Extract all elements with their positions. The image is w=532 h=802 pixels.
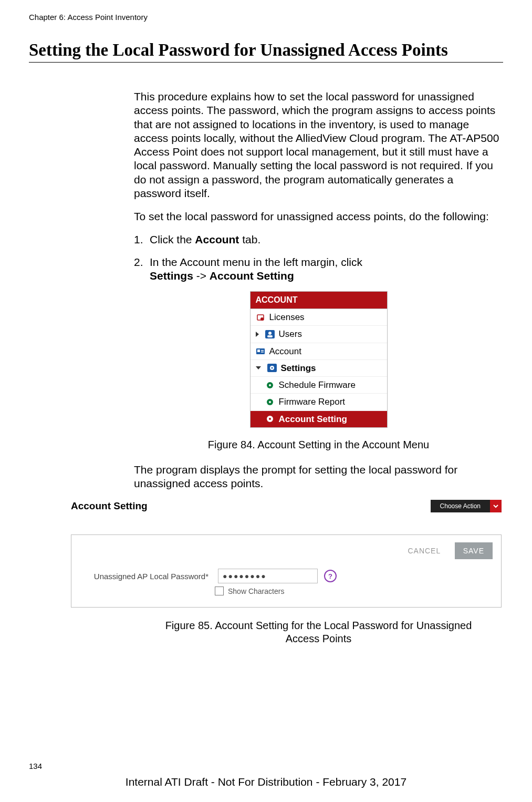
bold-settings: Settings	[150, 270, 193, 282]
menu-label: Settings	[281, 363, 316, 374]
step-2: 2. In the Account menu in the left margi…	[134, 255, 503, 283]
menu-item-users[interactable]: Users	[251, 326, 387, 343]
menu-label: Schedule Firmware	[279, 379, 356, 390]
chevron-down-icon	[490, 500, 502, 512]
menu-item-account[interactable]: Account	[251, 343, 387, 360]
show-characters-row: Show Characters	[215, 587, 493, 595]
menu-item-licenses[interactable]: Licenses	[251, 309, 387, 326]
menu-label: Account Setting	[279, 414, 347, 425]
panel-title: Account Setting	[71, 500, 148, 512]
svg-point-15	[269, 401, 271, 403]
menu-label: Account	[269, 346, 301, 357]
choose-action-dropdown[interactable]: Choose Action	[431, 500, 502, 512]
step-number: 1.	[134, 233, 150, 246]
text: ->	[193, 270, 210, 282]
choose-action-label: Choose Action	[431, 500, 490, 512]
form-actions: CANCEL SAVE	[80, 542, 493, 559]
svg-rect-7	[261, 350, 264, 351]
section-title: Setting the Local Password for Unassigne…	[29, 40, 503, 63]
step-1: 1. Click the Account tab.	[134, 233, 503, 246]
panel-titlebar: Account Setting Choose Action	[71, 500, 502, 512]
svg-point-11	[271, 367, 273, 369]
show-characters-label: Show Characters	[228, 587, 284, 595]
figure-84-caption: Figure 84. Account Setting in the Accoun…	[134, 438, 503, 451]
menu-item-account-setting[interactable]: Account Setting	[251, 411, 387, 427]
license-icon	[256, 313, 265, 322]
svg-point-1	[260, 317, 264, 321]
account-setting-form: CANCEL SAVE Unassigned AP Local Password…	[71, 534, 502, 608]
password-row: Unassigned AP Local Password* ●●●●●●●● ?	[80, 569, 493, 583]
step-text: In the Account menu in the left margin, …	[150, 255, 503, 283]
menu-label: Licenses	[269, 312, 305, 323]
svg-rect-8	[261, 352, 264, 353]
help-icon[interactable]: ?	[324, 570, 337, 582]
svg-rect-6	[257, 349, 260, 352]
page-number: 134	[29, 762, 42, 770]
svg-point-3	[268, 332, 272, 335]
after-figure-text: The program displays the prompt for sett…	[134, 463, 503, 491]
save-button[interactable]: SAVE	[455, 542, 493, 559]
footer-draft: Internal ATI Draft - Not For Distributio…	[0, 776, 532, 788]
figure-85-caption: Figure 85. Account Setting for the Local…	[134, 619, 503, 645]
account-setting-panel: Account Setting Choose Action CANCEL SAV…	[71, 500, 502, 608]
chevron-down-icon	[256, 366, 261, 369]
svg-point-17	[269, 418, 271, 420]
step-text: Click the Account tab.	[150, 233, 503, 246]
menu-label: Users	[279, 328, 302, 340]
cancel-button[interactable]: CANCEL	[405, 542, 443, 559]
settings-icon	[267, 363, 277, 373]
password-label: Unassigned AP Local Password*	[80, 572, 212, 581]
lead-in: To set the local password for unassigned…	[134, 210, 503, 223]
svg-rect-4	[267, 335, 273, 337]
text: In the Account menu in the left margin, …	[150, 256, 362, 268]
menu-item-firmware-report[interactable]: Firmware Report	[251, 394, 387, 410]
gear-icon	[265, 397, 275, 407]
users-icon	[265, 330, 275, 339]
account-icon	[256, 346, 265, 356]
menu-item-settings[interactable]: Settings	[251, 360, 387, 377]
bold-account-setting: Account Setting	[210, 270, 294, 282]
intro-paragraph: This procedure explains how to set the l…	[134, 90, 503, 200]
menu-label: Firmware Report	[279, 396, 346, 407]
text: Click the	[150, 233, 195, 245]
account-menu-figure: ACCOUNT Licenses Users Account	[250, 291, 388, 428]
menu-item-schedule-firmware[interactable]: Schedule Firmware	[251, 377, 387, 394]
show-characters-checkbox[interactable]	[215, 587, 224, 595]
bold-account: Account	[195, 233, 239, 245]
chapter-header: Chapter 6: Access Point Inventory	[29, 13, 503, 22]
gear-icon	[265, 381, 275, 390]
chevron-right-icon	[256, 332, 259, 337]
password-input[interactable]: ●●●●●●●●	[218, 569, 318, 583]
text: tab.	[239, 233, 260, 245]
account-menu-header: ACCOUNT	[251, 292, 387, 309]
step-number: 2.	[134, 255, 150, 283]
svg-point-13	[269, 384, 271, 386]
body-area: This procedure explains how to set the l…	[134, 90, 503, 490]
page: Chapter 6: Access Point Inventory Settin…	[0, 0, 532, 802]
gear-icon	[265, 414, 275, 424]
